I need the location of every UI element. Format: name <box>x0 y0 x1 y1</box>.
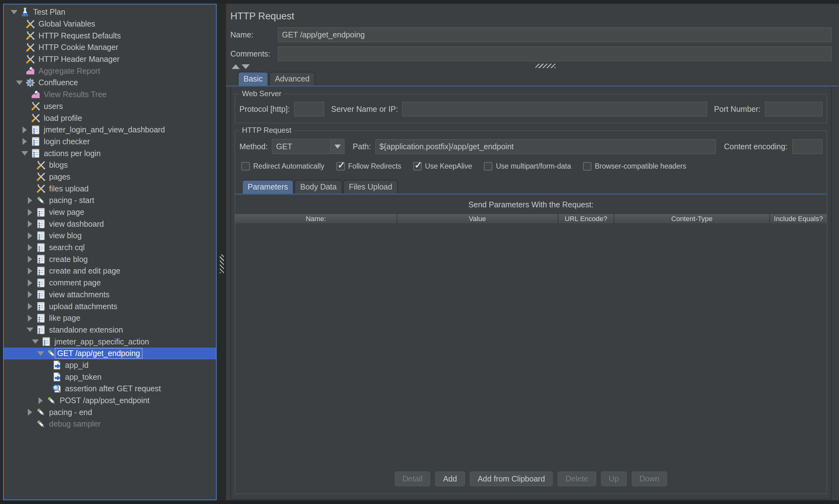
add-button[interactable]: Add <box>435 471 464 486</box>
tree-item-search-cql[interactable]: search cql <box>4 242 216 254</box>
server-name-input[interactable] <box>402 102 707 116</box>
tree-item-view-blog[interactable]: view blog <box>4 230 216 242</box>
tree-item-get-app-get-endpoing[interactable]: GET /app/get_endpoing <box>4 347 216 359</box>
tree-item-view-dashboard[interactable]: view dashboard <box>4 218 216 230</box>
tree-item-http-header-manager[interactable]: HTTP Header Manager <box>4 53 216 65</box>
collapse-arrow-icon[interactable] <box>19 148 30 159</box>
collapse-arrow-icon[interactable] <box>25 324 35 335</box>
tree-item-like-page[interactable]: like page <box>4 312 216 324</box>
tab-body-data[interactable]: Body Data <box>294 180 342 194</box>
port-number-input[interactable] <box>765 102 822 116</box>
tree-item-confluence[interactable]: Confluence <box>4 77 216 89</box>
tree-item-label: create blog <box>49 255 88 264</box>
tree-item-users[interactable]: users <box>4 101 216 112</box>
tree-item-comment-page[interactable]: comment page <box>4 277 216 289</box>
tree-item-login-checker[interactable]: login checker <box>4 136 216 148</box>
tree-item-actions-per-login[interactable]: actions per login <box>4 147 216 159</box>
collapse-down-icon[interactable] <box>242 64 250 69</box>
expand-arrow-icon[interactable] <box>25 207 35 218</box>
expand-arrow-icon[interactable] <box>25 195 35 206</box>
collapse-arrow-icon[interactable] <box>9 7 19 17</box>
tree-item-aggregate-report[interactable]: Aggregate Report <box>4 65 216 77</box>
column-header-include-equals[interactable]: Include Equals? <box>770 214 827 223</box>
checkbox-browser-compatible-headers[interactable]: Browser-compatible headers <box>583 162 686 170</box>
tree-item-files-upload[interactable]: files upload <box>4 183 216 195</box>
tab-basic[interactable]: Basic <box>238 72 268 86</box>
expand-arrow-icon[interactable] <box>25 289 35 300</box>
checkbox-use-multipart-form-data[interactable]: Use multipart/form-data <box>484 162 571 170</box>
tree-item-view-attachments[interactable]: view attachments <box>4 289 216 301</box>
tree-item-create-and-edit-page[interactable]: create and edit page <box>4 265 216 277</box>
checkbox-redirect-automatically[interactable]: Redirect Automatically <box>241 162 324 170</box>
test-plan-tree-panel: Test PlanGlobal VariablesHTTP Request De… <box>3 4 217 500</box>
expand-arrow-icon[interactable] <box>25 219 35 229</box>
tree-item-pacing-end[interactable]: pacing - end <box>4 406 216 418</box>
tree-item-debug-sampler[interactable]: debug sampler <box>4 418 216 430</box>
tree-item-label: Aggregate Report <box>38 67 100 76</box>
method-dropdown[interactable]: GET <box>272 139 344 154</box>
tree-item-http-cookie-manager[interactable]: HTTP Cookie Manager <box>4 41 216 53</box>
controller-icon <box>35 312 47 324</box>
tab-parameters[interactable]: Parameters <box>242 180 293 194</box>
checkbox-follow-redirects[interactable]: Follow Redirects <box>336 162 401 170</box>
expand-arrow-icon[interactable] <box>25 254 35 265</box>
column-header-value[interactable]: Value <box>397 214 558 223</box>
tree-item-assertion-after-get-request[interactable]: assertion after GET request <box>4 383 216 395</box>
tree-item-upload-attachments[interactable]: upload attachments <box>4 301 216 312</box>
tree-item-global-variables[interactable]: Global Variables <box>4 18 216 30</box>
up-button[interactable]: Up <box>601 471 627 486</box>
collapse-arrow-icon[interactable] <box>30 336 41 347</box>
tree-item-app-token[interactable]: app_token <box>4 371 216 383</box>
tree-item-load-profile[interactable]: load profile <box>4 112 216 124</box>
comments-input[interactable] <box>278 47 832 61</box>
expand-arrow-icon[interactable] <box>25 301 35 312</box>
expand-arrow-icon[interactable] <box>25 313 35 324</box>
detail-button[interactable]: Detail <box>395 471 430 486</box>
tree-item-post-app-post-endpoint[interactable]: POST /app/post_endpoint <box>4 395 216 407</box>
method-dropdown-button[interactable] <box>330 139 344 154</box>
parameters-table-body[interactable] <box>235 224 827 471</box>
tree-item-jmeter-app-specific-action[interactable]: jmeter_app_specific_action <box>4 336 216 347</box>
path-label: Path: <box>353 142 371 151</box>
expand-arrow-icon[interactable] <box>19 125 30 135</box>
path-input[interactable] <box>375 139 716 154</box>
expand-arrow-icon[interactable] <box>25 407 35 417</box>
expander-spacer <box>41 383 51 394</box>
delete-button[interactable]: Delete <box>558 471 596 486</box>
content-encoding-input[interactable] <box>792 139 822 154</box>
tree-item-label: jmeter_app_specific_action <box>54 337 149 346</box>
expand-arrow-icon[interactable] <box>25 277 35 288</box>
name-input[interactable] <box>278 28 832 42</box>
expand-arrow-icon[interactable] <box>35 395 46 406</box>
tree-item-blogs[interactable]: blogs <box>4 159 216 171</box>
collapse-up-icon[interactable] <box>232 64 240 69</box>
tree-item-test-plan[interactable]: Test Plan <box>4 6 216 18</box>
protocol-input[interactable] <box>294 102 324 116</box>
collapse-arrow-icon[interactable] <box>35 348 46 359</box>
expand-arrow-icon[interactable] <box>25 242 35 253</box>
tree-main-splitter[interactable] <box>218 253 225 275</box>
collapse-arrow-icon[interactable] <box>14 77 25 88</box>
expand-arrow-icon[interactable] <box>25 231 35 241</box>
expand-arrow-icon[interactable] <box>25 266 35 276</box>
expand-arrow-icon[interactable] <box>19 136 30 147</box>
tree-item-pacing-start[interactable]: pacing - start <box>4 195 216 206</box>
column-header-url-encode[interactable]: URL Encode? <box>558 214 615 223</box>
tree-item-standalone-extension[interactable]: standalone extension <box>4 324 216 336</box>
horizontal-splitter-grip[interactable] <box>535 64 555 68</box>
tree-item-create-blog[interactable]: create blog <box>4 253 216 265</box>
tree-item-view-page[interactable]: view page <box>4 206 216 218</box>
config-icon <box>25 42 36 53</box>
column-header-content-type[interactable]: Content-Type <box>614 214 770 223</box>
checkbox-use-keepalive[interactable]: Use KeepAlive <box>413 162 472 170</box>
tree-item-pages[interactable]: pages <box>4 171 216 183</box>
tree-item-http-request-defaults[interactable]: HTTP Request Defaults <box>4 30 216 41</box>
tree-item-jmeter-login-and-view-dashboard[interactable]: jmeter_login_and_view_dashboard <box>4 124 216 136</box>
down-button[interactable]: Down <box>632 471 667 486</box>
column-header-name[interactable]: Name: <box>235 214 397 223</box>
tree-item-app-id[interactable]: app_id <box>4 359 216 371</box>
tree-item-view-results-tree[interactable]: View Results Tree <box>4 89 216 101</box>
tab-advanced[interactable]: Advanced <box>269 72 315 86</box>
add-from-clipboard-button[interactable]: Add from Clipboard <box>470 471 553 486</box>
tab-files-upload[interactable]: Files Upload <box>343 180 398 194</box>
